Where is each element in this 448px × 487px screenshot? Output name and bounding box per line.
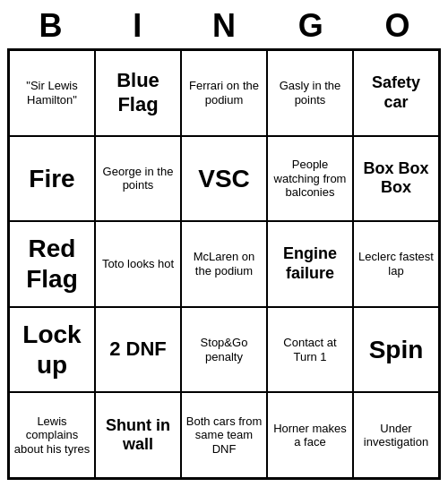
cell-7[interactable]: VSC [181,136,267,222]
cell-0[interactable]: "Sir Lewis Hamilton" [9,50,95,136]
cell-4[interactable]: Safety car [353,50,439,136]
letter-b: B [11,7,90,45]
cell-10[interactable]: Red Flag [9,221,95,307]
cell-8[interactable]: People watching from balconies [267,136,353,222]
cell-24[interactable]: Under investigation [353,392,439,478]
cell-5[interactable]: Fire [9,136,95,222]
cell-15[interactable]: Lock up [9,307,95,393]
cell-17[interactable]: Stop&Go penalty [181,307,267,393]
letter-o: O [358,7,437,45]
cell-1[interactable]: Blue Flag [95,50,181,136]
cell-22[interactable]: Both cars from same team DNF [181,392,267,478]
cell-23[interactable]: Horner makes a face [267,392,353,478]
cell-16[interactable]: 2 DNF [95,307,181,393]
bingo-header: B I N G O [7,7,441,45]
cell-18[interactable]: Contact at Turn 1 [267,307,353,393]
cell-19[interactable]: Spin [353,307,439,393]
letter-i: I [98,7,177,45]
cell-21[interactable]: Shunt in wall [95,392,181,478]
cell-11[interactable]: Toto looks hot [95,221,181,307]
letter-g: G [271,7,350,45]
cell-20[interactable]: Lewis complains about his tyres [9,392,95,478]
cell-9[interactable]: Box Box Box [353,136,439,222]
bingo-grid: "Sir Lewis Hamilton"Blue FlagFerrari on … [7,48,441,480]
letter-n: N [185,7,263,45]
cell-2[interactable]: Ferrari on the podium [181,50,267,136]
cell-6[interactable]: George in the points [95,136,181,222]
cell-12[interactable]: McLaren on the podium [181,221,267,307]
cell-13[interactable]: Engine failure [267,221,353,307]
cell-3[interactable]: Gasly in the points [267,50,353,136]
cell-14[interactable]: Leclerc fastest lap [353,221,439,307]
